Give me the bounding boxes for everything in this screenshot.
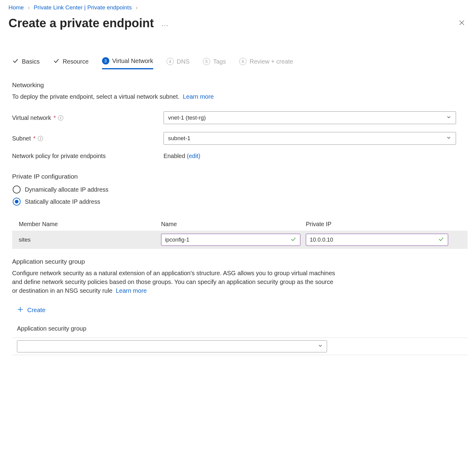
input-value: 10.0.0.10	[310, 236, 333, 243]
ip-config-heading: Private IP configuration	[12, 173, 468, 180]
step-number-badge: 6	[239, 58, 246, 65]
tab-dns[interactable]: 4 DNS	[167, 57, 190, 69]
chevron-down-icon	[446, 135, 451, 142]
asg-desc-text: Configure network security as a natural …	[12, 270, 335, 294]
column-private-ip: Private IP	[306, 221, 463, 228]
tab-label: Review + create	[250, 58, 293, 65]
tab-basics[interactable]: Basics	[12, 57, 40, 69]
tab-tags[interactable]: 5 Tags	[203, 57, 226, 69]
networking-desc-text: To deploy the private endpoint, select a…	[12, 93, 180, 100]
chevron-right-icon: ›	[28, 5, 30, 11]
chevron-down-icon	[446, 114, 451, 121]
step-number-badge: 3	[102, 57, 109, 64]
member-name-value: sites	[19, 236, 161, 243]
step-number-badge: 4	[167, 58, 174, 65]
create-button-label: Create	[27, 307, 45, 314]
tab-label: DNS	[177, 58, 190, 65]
create-asg-button[interactable]: Create	[17, 306, 45, 314]
page-title: Create a private endpoint	[8, 16, 154, 30]
check-icon	[12, 58, 19, 66]
edit-policy-link[interactable]: (edit)	[187, 153, 200, 159]
tab-review-create[interactable]: 6 Review + create	[239, 57, 293, 69]
radio-icon	[13, 186, 21, 193]
asg-heading: Application security group	[12, 258, 468, 265]
private-ip-input[interactable]: 10.0.0.10	[306, 234, 448, 246]
check-icon	[438, 236, 444, 244]
breadcrumb-private-link-center[interactable]: Private Link Center | Private endpoints	[34, 4, 132, 11]
tab-label: Resource	[63, 58, 89, 65]
networking-description: To deploy the private endpoint, select a…	[12, 92, 339, 101]
asg-select[interactable]	[17, 340, 327, 352]
info-icon[interactable]: i	[38, 136, 43, 141]
ipconfig-name-input[interactable]: ipconfig-1	[161, 234, 300, 246]
check-icon	[53, 58, 60, 66]
chevron-right-icon: ›	[136, 5, 137, 11]
required-indicator: *	[54, 114, 56, 121]
step-number-badge: 5	[203, 58, 210, 65]
networking-heading: Networking	[12, 81, 468, 89]
input-value: ipconfig-1	[165, 236, 189, 243]
tab-label: Virtual Network	[112, 58, 153, 64]
tab-label: Basics	[22, 58, 40, 65]
select-value: subnet-1	[168, 135, 190, 142]
breadcrumb-home[interactable]: Home	[8, 4, 24, 11]
subnet-select[interactable]: subnet-1	[164, 132, 456, 145]
select-value: vnet-1 (test-rg)	[168, 114, 206, 121]
radio-label: Dynamically allocate IP address	[25, 186, 108, 193]
asg-field-label: Application security group	[17, 325, 468, 332]
subnet-label: Subnet	[12, 135, 31, 142]
column-name: Name	[161, 221, 306, 228]
radio-icon	[13, 198, 21, 206]
close-button[interactable]	[458, 18, 468, 28]
breadcrumb: Home › Private Link Center | Private end…	[8, 4, 468, 11]
learn-more-link[interactable]: Learn more	[116, 287, 147, 294]
radio-label: Statically allocate IP address	[25, 198, 100, 205]
virtual-network-select[interactable]: vnet-1 (test-rg)	[164, 111, 456, 124]
required-indicator: *	[33, 135, 36, 142]
column-member-name: Member Name	[19, 221, 161, 228]
tab-resource[interactable]: Resource	[53, 57, 89, 69]
ip-table-row: sites ipconfig-1 10.0.0.10	[12, 231, 468, 249]
network-policy-label: Network policy for private endpoints	[12, 153, 106, 160]
network-policy-value: Enabled	[164, 153, 185, 159]
tab-label: Tags	[213, 58, 226, 65]
chevron-down-icon	[318, 343, 323, 350]
info-icon[interactable]: i	[58, 115, 63, 120]
more-actions-button[interactable]: ···	[162, 21, 169, 29]
check-icon	[290, 236, 296, 244]
asg-description: Configure network security as a natural …	[12, 269, 339, 295]
radio-static-ip[interactable]: Statically allocate IP address	[12, 198, 468, 206]
plus-icon	[17, 306, 24, 314]
learn-more-link[interactable]: Learn more	[183, 93, 214, 100]
wizard-tabs: Basics Resource 3 Virtual Network 4 DNS …	[8, 57, 468, 69]
virtual-network-label: Virtual network	[12, 114, 51, 121]
radio-dynamic-ip[interactable]: Dynamically allocate IP address	[12, 186, 468, 193]
tab-virtual-network[interactable]: 3 Virtual Network	[102, 57, 153, 69]
